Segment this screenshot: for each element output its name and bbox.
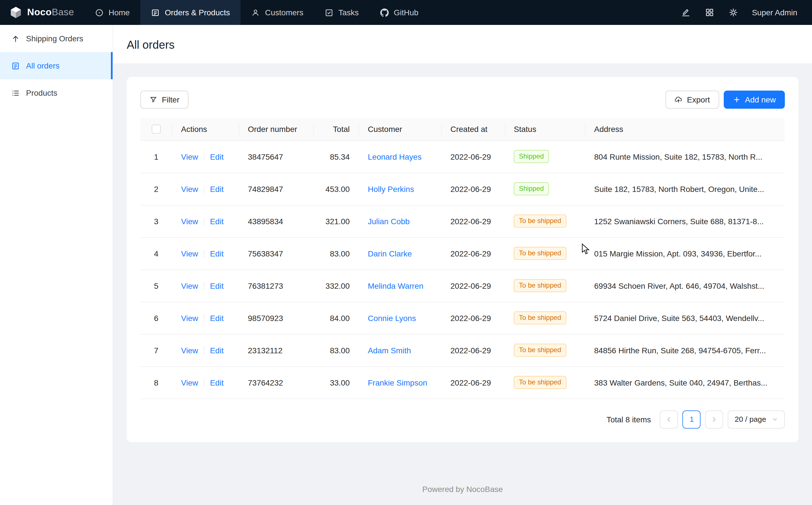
page-header: All orders bbox=[113, 25, 812, 63]
order-number-cell: 43895834 bbox=[239, 205, 313, 237]
view-link[interactable]: View bbox=[181, 346, 198, 355]
sidebar-item-products[interactable]: Products bbox=[0, 79, 112, 107]
sidebar: Shipping Orders All orders Products bbox=[0, 25, 113, 505]
nav-item-home[interactable]: Home bbox=[84, 0, 141, 25]
order-number-cell: 73764232 bbox=[239, 366, 313, 398]
nav-item-label: GitHub bbox=[394, 8, 419, 17]
created-at-cell: 2022-06-29 bbox=[441, 334, 505, 366]
gear-icon bbox=[729, 8, 738, 17]
add-new-button-label: Add new bbox=[745, 95, 776, 104]
edit-link[interactable]: Edit bbox=[210, 313, 224, 322]
customer-link[interactable]: Melinda Warren bbox=[368, 281, 424, 290]
column-header-status: Status bbox=[505, 118, 585, 140]
top-navbar: NocoBase Home Orders & Products Customer… bbox=[0, 0, 812, 25]
nocobase-logo[interactable]: NocoBase bbox=[0, 6, 84, 19]
view-link[interactable]: View bbox=[181, 281, 198, 290]
highlighter-icon bbox=[681, 8, 690, 17]
customer-link[interactable]: Julian Cobb bbox=[368, 216, 410, 225]
total-cell: 321.00 bbox=[313, 205, 359, 237]
content-area: Filter Export bbox=[113, 63, 812, 442]
edit-link[interactable]: Edit bbox=[210, 184, 224, 193]
table-row: 5 ViewEdit 76381273 332.00 Melinda Warre… bbox=[140, 270, 785, 302]
view-link[interactable]: View bbox=[181, 313, 198, 322]
row-index: 4 bbox=[154, 249, 159, 258]
table-toolbar: Filter Export bbox=[140, 91, 785, 109]
nav-item-github[interactable]: GitHub bbox=[369, 0, 429, 25]
chevron-right-icon bbox=[711, 416, 718, 423]
sidebar-item-all-orders[interactable]: All orders bbox=[0, 52, 112, 79]
customer-link[interactable]: Holly Perkins bbox=[368, 184, 414, 193]
select-all-checkbox[interactable] bbox=[152, 125, 161, 134]
view-link[interactable]: View bbox=[181, 152, 198, 161]
view-link[interactable]: View bbox=[181, 249, 198, 258]
table-row: 4 ViewEdit 75638347 83.00 Darin Clarke 2… bbox=[140, 237, 785, 270]
created-at-cell: 2022-06-29 bbox=[441, 173, 505, 205]
arrow-up-icon bbox=[11, 34, 20, 43]
view-link[interactable]: View bbox=[181, 216, 198, 225]
nav-item-label: Customers bbox=[265, 8, 303, 17]
orders-tbody: 1 ViewEdit 38475647 85.34 Leonard Hayes … bbox=[140, 140, 785, 398]
customer-link[interactable]: Darin Clarke bbox=[368, 249, 412, 258]
column-header-address: Address bbox=[585, 118, 785, 140]
customer-link[interactable]: Leonard Hayes bbox=[368, 152, 422, 161]
total-cell: 84.00 bbox=[313, 302, 359, 334]
order-number-cell: 38475647 bbox=[239, 140, 313, 173]
orders-products-icon bbox=[151, 8, 160, 17]
column-header-created-at: Created at bbox=[441, 118, 505, 140]
edit-link[interactable]: Edit bbox=[210, 281, 224, 290]
row-index: 1 bbox=[154, 152, 159, 161]
pagination: Total 8 items 1 20 / page bbox=[140, 410, 785, 428]
ui-editor-button[interactable] bbox=[681, 7, 691, 18]
export-button[interactable]: Export bbox=[665, 91, 719, 109]
home-icon bbox=[95, 8, 103, 17]
edit-link[interactable]: Edit bbox=[210, 346, 224, 355]
total-cell: 453.00 bbox=[313, 173, 359, 205]
total-cell: 85.34 bbox=[313, 140, 359, 173]
edit-link[interactable]: Edit bbox=[210, 378, 224, 387]
link-divider bbox=[204, 217, 204, 225]
settings-button[interactable] bbox=[728, 7, 739, 18]
sidebar-item-shipping-orders[interactable]: Shipping Orders bbox=[0, 25, 112, 52]
table-row: 8 ViewEdit 73764232 33.00 Frankie Simpso… bbox=[140, 366, 785, 398]
status-badge: To be shipped bbox=[514, 344, 566, 357]
status-badge: To be shipped bbox=[514, 311, 566, 324]
order-number-cell: 23132112 bbox=[239, 334, 313, 366]
status-badge: Shipped bbox=[514, 182, 549, 195]
row-index: 3 bbox=[154, 216, 159, 225]
main-area: All orders Filter bbox=[113, 25, 812, 505]
add-new-button[interactable]: Add new bbox=[724, 91, 785, 109]
plus-icon bbox=[733, 96, 741, 104]
toolbar-right: Export Add new bbox=[665, 91, 785, 109]
customer-link[interactable]: Connie Lyons bbox=[368, 313, 416, 322]
nav-item-orders-products[interactable]: Orders & Products bbox=[140, 0, 241, 25]
edit-link[interactable]: Edit bbox=[210, 216, 224, 225]
edit-link[interactable]: Edit bbox=[210, 249, 224, 258]
address-cell: Suite 182, 15783, North Robert, Oregon, … bbox=[585, 173, 785, 205]
page-size-value: 20 / page bbox=[735, 415, 766, 424]
link-divider bbox=[204, 282, 204, 290]
created-at-cell: 2022-06-29 bbox=[441, 270, 505, 302]
total-cell: 332.00 bbox=[313, 270, 359, 302]
view-link[interactable]: View bbox=[181, 378, 198, 387]
pagination-page-1[interactable]: 1 bbox=[683, 410, 701, 428]
logo-text: NocoBase bbox=[27, 7, 74, 18]
nav-item-tasks[interactable]: Tasks bbox=[314, 0, 369, 25]
view-link[interactable]: View bbox=[181, 184, 198, 193]
customer-link[interactable]: Adam Smith bbox=[368, 346, 411, 355]
total-cell: 33.00 bbox=[313, 366, 359, 398]
pagination-next-button[interactable] bbox=[705, 410, 724, 428]
pagination-prev-button[interactable] bbox=[660, 410, 678, 428]
filter-button[interactable]: Filter bbox=[140, 91, 189, 109]
table-row: 2 ViewEdit 74829847 453.00 Holly Perkins… bbox=[140, 173, 785, 205]
user-menu[interactable]: Super Admin bbox=[752, 8, 797, 17]
customer-link[interactable]: Frankie Simpson bbox=[368, 378, 427, 387]
link-divider bbox=[204, 314, 204, 322]
page-size-select[interactable]: 20 / page bbox=[728, 410, 785, 428]
table-row: 3 ViewEdit 43895834 321.00 Julian Cobb 2… bbox=[140, 205, 785, 237]
plugin-manager-button[interactable] bbox=[705, 7, 715, 18]
nav-item-customers[interactable]: Customers bbox=[241, 0, 314, 25]
chevron-down-icon bbox=[772, 416, 778, 423]
edit-link[interactable]: Edit bbox=[210, 152, 224, 161]
status-badge: To be shipped bbox=[514, 279, 566, 292]
page-title: All orders bbox=[127, 38, 798, 51]
